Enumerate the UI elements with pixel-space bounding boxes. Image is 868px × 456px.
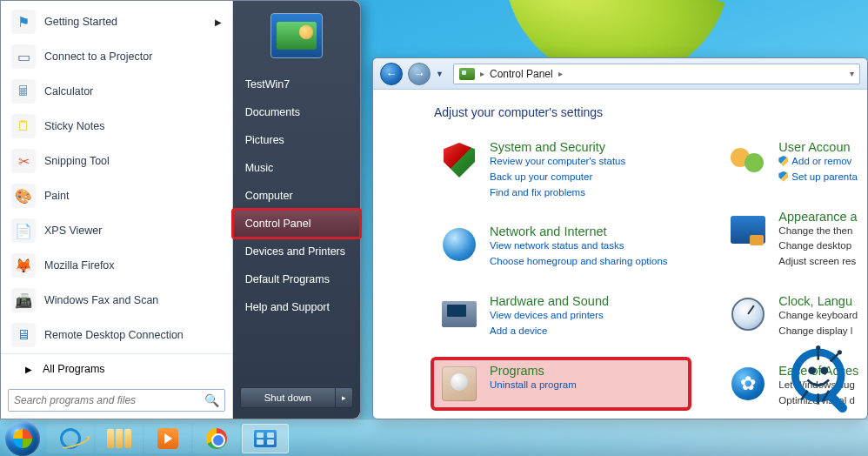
ease-icon: ✿	[728, 364, 768, 404]
category-link[interactable]: Change the then	[778, 224, 857, 239]
category-link[interactable]: Change keyboard	[778, 308, 858, 324]
start-right-documents[interactable]: Documents	[233, 98, 360, 126]
taskbar-control-panel-button[interactable]	[242, 424, 289, 453]
svg-point-2	[820, 367, 828, 375]
shutdown-options-dropdown[interactable]: ▸	[336, 387, 353, 408]
firefox-icon: 🦊	[11, 253, 36, 278]
start-menu-item-connect-to-a-projector[interactable]: ▭Connect to a Projector	[1, 39, 232, 74]
category-link[interactable]: View devices and printers	[490, 308, 609, 324]
category-system-and-security[interactable]: System and SecurityReview your computer'…	[434, 137, 688, 204]
taskbar-chrome-button[interactable]	[193, 424, 240, 453]
start-right-help-and-support[interactable]: Help and Support	[233, 293, 360, 321]
start-menu-item-windows-fax-and-scan[interactable]: 📠Windows Fax and Scan	[1, 283, 232, 318]
sticky-notes-icon: 🗒	[11, 114, 36, 138]
category-link[interactable]: Back up your computer	[490, 170, 625, 185]
start-menu-item-paint[interactable]: 🎨Paint	[1, 178, 232, 213]
start-right-control-panel[interactable]: Control Panel	[233, 210, 360, 238]
start-menu-item-sticky-notes[interactable]: 🗒Sticky Notes	[1, 109, 232, 144]
category-link[interactable]: Choose homegroup and sharing options	[490, 254, 668, 270]
xps-icon: 📄	[11, 218, 36, 243]
start-button[interactable]	[5, 421, 40, 456]
category-title[interactable]: Clock, Langu	[778, 294, 858, 308]
start-menu-item-mozilla-firefox[interactable]: 🦊Mozilla Firefox	[1, 248, 232, 283]
category-link[interactable]: Review your computer's status	[490, 154, 625, 170]
explorer-icon	[107, 429, 131, 448]
start-menu-item-label: Calculator	[44, 85, 93, 97]
control-panel-icon	[254, 430, 277, 447]
shutdown-button[interactable]: Shut down	[240, 387, 336, 408]
shutdown-split-button[interactable]: Shut down ▸	[240, 387, 353, 408]
category-link[interactable]: Uninstall a program	[490, 378, 577, 393]
start-menu-item-calculator[interactable]: 🖩Calculator	[1, 74, 232, 109]
start-menu: ⚑Getting Started▶▭Connect to a Projector…	[0, 0, 361, 419]
nav-forward-button[interactable]: →	[408, 63, 431, 85]
category-title[interactable]: User Accoun	[778, 140, 857, 154]
shutdown-label: Shut down	[264, 392, 311, 403]
start-menu-search[interactable]: 🔍	[8, 389, 225, 412]
start-menu-item-label: XPS Viewer	[44, 225, 102, 237]
svg-point-1	[808, 367, 816, 375]
control-panel-icon	[459, 68, 475, 80]
category-title[interactable]: System and Security	[490, 140, 625, 154]
user-picture-icon[interactable]	[270, 13, 323, 58]
chrome-icon	[206, 428, 227, 449]
prog-icon	[439, 364, 479, 404]
taskbar-explorer-button[interactable]	[96, 424, 143, 453]
start-right-computer[interactable]: Computer	[233, 182, 360, 210]
start-right-devices-and-printers[interactable]: Devices and Printers	[233, 238, 360, 265]
start-menu-program-list: ⚑Getting Started▶▭Connect to a Projector…	[1, 1, 232, 348]
category-title[interactable]: Appearance a	[778, 210, 857, 224]
start-menu-item-snipping-tool[interactable]: ✂Snipping Tool	[1, 144, 232, 178]
breadcrumb-separator: ▸	[558, 69, 563, 78]
uac-shield-icon	[778, 156, 788, 166]
start-menu-item-getting-started[interactable]: ⚑Getting Started▶	[1, 4, 232, 39]
address-bar[interactable]: ▸ Control Panel ▸ ▾	[453, 64, 860, 84]
start-right-pictures[interactable]: Pictures	[233, 126, 360, 154]
category-network-and-internet[interactable]: Network and InternetView network status …	[434, 221, 688, 273]
start-menu-right-pane: TestWin7DocumentsPicturesMusicComputerCo…	[233, 1, 360, 419]
category-link[interactable]: Adjust screen res	[778, 254, 857, 270]
net-icon	[439, 225, 479, 265]
category-title[interactable]: Programs	[490, 364, 577, 378]
flag-icon: ⚑	[11, 10, 36, 34]
category-link[interactable]: Add a device	[490, 324, 609, 339]
category-title[interactable]: Network and Internet	[490, 225, 668, 238]
calculator-icon: 🖩	[11, 79, 36, 104]
scissors-icon: ✂	[11, 149, 36, 173]
category-appearance-a[interactable]: Appearance aChange the thenChange deskto…	[723, 206, 867, 273]
start-right-music[interactable]: Music	[233, 154, 360, 182]
shield-icon	[439, 140, 479, 180]
category-link[interactable]: Find and fix problems	[490, 185, 625, 201]
nav-back-button[interactable]: ←	[380, 63, 403, 85]
start-menu-item-xps-viewer[interactable]: 📄XPS Viewer	[1, 213, 232, 248]
all-programs-button[interactable]: ▶ All Programs	[1, 353, 232, 384]
svg-point-6	[838, 350, 842, 354]
address-dropdown-icon[interactable]: ▾	[850, 69, 854, 78]
category-user-accoun[interactable]: User AccounAdd or removSet up parenta	[723, 137, 867, 189]
category-link[interactable]: Change desktop	[778, 238, 857, 254]
uac-shield-icon	[778, 171, 788, 182]
category-programs[interactable]: ProgramsUninstall a program	[434, 360, 688, 407]
appr-icon	[728, 210, 768, 250]
category-link[interactable]: Add or remov	[778, 154, 857, 170]
category-link[interactable]: Set up parenta	[778, 170, 857, 185]
category-clock-langu[interactable]: Clock, LanguChange keyboardChange displa…	[723, 291, 867, 343]
category-link[interactable]: View network status and tasks	[490, 238, 668, 254]
search-input[interactable]	[14, 394, 199, 406]
start-right-testwin7[interactable]: TestWin7	[233, 70, 360, 98]
category-hardware-and-sound[interactable]: Hardware and SoundView devices and print…	[434, 291, 688, 343]
category-title[interactable]: Hardware and Sound	[490, 294, 609, 308]
control-panel-heading: Adjust your computer's settings	[434, 105, 867, 119]
taskbar-media-player-button[interactable]	[144, 424, 191, 453]
start-menu-item-remote-desktop-connection[interactable]: 🖥Remote Desktop Connection	[1, 318, 232, 348]
users-icon	[728, 140, 768, 180]
ie-icon	[60, 428, 81, 449]
all-programs-label: All Programs	[43, 363, 105, 375]
start-right-default-programs[interactable]: Default Programs	[233, 265, 360, 293]
breadcrumb-item[interactable]: Control Panel	[490, 68, 553, 80]
category-link[interactable]: Change display l	[778, 324, 858, 339]
submenu-arrow-icon: ▶	[215, 17, 222, 27]
taskbar	[0, 419, 868, 456]
nav-history-dropdown[interactable]: ▼	[436, 70, 448, 78]
taskbar-ie-button[interactable]	[47, 424, 94, 453]
